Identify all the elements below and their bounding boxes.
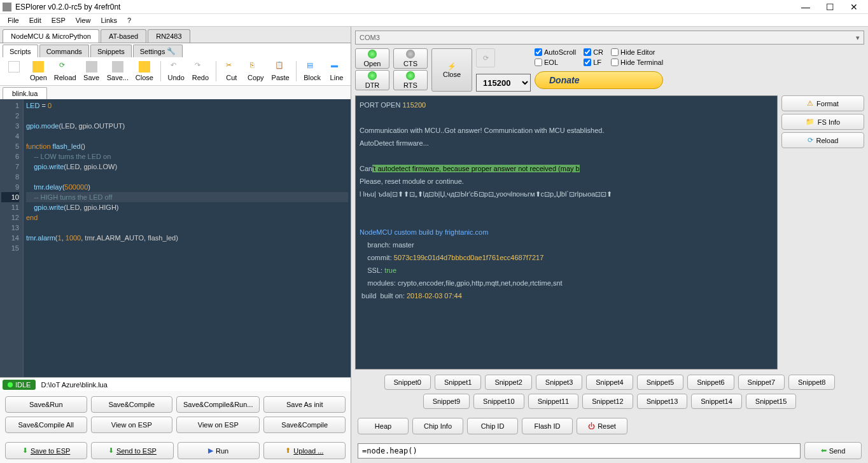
save-run-button[interactable]: Save&Run [5, 396, 87, 413]
flashid-button[interactable]: Flash ID [522, 418, 573, 434]
lf-check[interactable]: LF [584, 59, 603, 66]
upload-icon: ⬆ [285, 446, 291, 455]
saveas-button[interactable]: Save... [104, 60, 131, 83]
redo-icon: ↷ [195, 61, 206, 73]
snippets-row: Snippet0 Snippet1 Snippet2 Snippet3 Snip… [351, 370, 868, 414]
snippet15-button[interactable]: Snippet15 [746, 394, 797, 409]
menu-view[interactable]: View [72, 15, 95, 25]
hide-terminal-check[interactable]: Hide Terminal [611, 59, 663, 66]
undo-button[interactable]: ↶Undo [164, 60, 187, 83]
menu-help[interactable]: ? [123, 15, 135, 25]
redo-button[interactable]: ↷Redo [189, 60, 212, 83]
save-compile-run-button[interactable]: Save&Compile&Run... [176, 396, 260, 413]
snippet6-button[interactable]: Snippet6 [687, 375, 734, 390]
paste-button[interactable]: 📋Paste [269, 60, 293, 83]
snippet8-button[interactable]: Snippet8 [788, 375, 835, 390]
dtr-button[interactable]: DTR [355, 70, 389, 90]
snippet10-button[interactable]: Snippet10 [473, 394, 524, 409]
upload-button[interactable]: ⬆Upload ... [263, 442, 346, 459]
terminal[interactable]: PORT OPEN 115200 Communication with MCU.… [355, 95, 778, 370]
save-compile-button[interactable]: Save&Compile [91, 396, 173, 413]
menu-esp[interactable]: ESP [48, 15, 69, 25]
tab-rn2483[interactable]: RN2483 [148, 29, 190, 43]
save-to-esp-button[interactable]: ⬇Save to ESP [5, 442, 87, 459]
reset-button[interactable]: ⏻Reset [577, 418, 627, 434]
minimize-button[interactable]: — [799, 2, 812, 12]
menu-links[interactable]: Links [97, 15, 121, 25]
snippet3-button[interactable]: Snippet3 [536, 375, 582, 390]
close-conn-button[interactable]: ⚡Close [431, 48, 472, 92]
menu-edit[interactable]: Edit [25, 15, 45, 25]
paste-icon: 📋 [275, 61, 286, 73]
close-window-button[interactable]: ✕ [848, 2, 860, 12]
format-button[interactable]: ⚠Format [781, 95, 864, 111]
autoscroll-check[interactable]: AutoScroll [535, 48, 576, 56]
cut-button[interactable]: ✂Cut [220, 60, 243, 83]
port-select[interactable]: COM3▾ [355, 31, 864, 45]
wrench-icon: 🔧 [167, 47, 176, 55]
block-button[interactable]: ▤Block [300, 60, 324, 83]
run-button[interactable]: ▶Run [178, 442, 260, 459]
snippet13-button[interactable]: Snippet13 [637, 394, 688, 409]
snippet7-button[interactable]: Snippet7 [738, 375, 785, 390]
file-tab[interactable]: blink.lua [3, 87, 47, 99]
save-button[interactable]: Save [80, 60, 103, 83]
reload-button[interactable]: ⟳Reload [52, 60, 79, 83]
donate-button[interactable]: Donate [535, 71, 663, 89]
send-to-esp-button[interactable]: ⬇Send to ESP [91, 442, 173, 459]
line-icon: ▬ [331, 61, 342, 73]
led-green-icon [368, 50, 377, 59]
cts-button[interactable]: CTS [393, 48, 428, 69]
maximize-button[interactable]: ☐ [823, 2, 836, 12]
chipinfo-button[interactable]: Chip Info [412, 418, 463, 434]
code-area[interactable]: LED = 0 gpio.mode(LED, gpio.OUTPUT) func… [23, 99, 351, 377]
subtab-scripts[interactable]: Scripts [3, 45, 38, 57]
fsinfo-button[interactable]: 📁FS Info [781, 114, 864, 130]
open-conn-button[interactable]: Open [355, 48, 389, 69]
snippet0-button[interactable]: Snippet0 [384, 375, 431, 390]
snippet2-button[interactable]: Snippet2 [485, 375, 531, 390]
baud-select[interactable]: 115200 [476, 74, 531, 92]
line-button[interactable]: ▬Line [325, 60, 348, 83]
subtab-settings[interactable]: Settings🔧 [133, 45, 183, 57]
tab-at[interactable]: AT-based [101, 29, 146, 43]
window-title: ESPlorer v0.2.0-rc5 by 4refr0nt [15, 3, 799, 11]
snippet9-button[interactable]: Snippet9 [423, 394, 470, 409]
chipid-button[interactable]: Chip ID [467, 418, 518, 434]
snippet14-button[interactable]: Snippet14 [691, 394, 742, 409]
snippet5-button[interactable]: Snippet5 [637, 375, 683, 390]
heap-button[interactable]: Heap [358, 418, 409, 434]
rts-button[interactable]: RTS [393, 70, 428, 90]
file-path: D:\IoT Azure\blink.lua [41, 381, 107, 389]
hide-editor-check[interactable]: Hide Editor [611, 48, 663, 56]
new-button[interactable] [3, 60, 25, 83]
app-icon [3, 3, 11, 11]
status-bar: IDLE D:\IoT Azure\blink.lua [0, 377, 351, 391]
tab-nodemcu[interactable]: NodeMCU & MicroPython [3, 29, 99, 43]
snippet12-button[interactable]: Snippet12 [582, 394, 633, 409]
save-as-init-button[interactable]: Save As init [263, 396, 346, 413]
save-compile-all-button[interactable]: Save&Compile All [5, 417, 87, 433]
view-on-esp2-button[interactable]: View on ESP [176, 417, 260, 433]
reload-fs-button[interactable]: ⟳Reload [781, 132, 864, 148]
send-button[interactable]: ⬅Send [804, 442, 862, 459]
refresh-ports-button[interactable]: ⟳ [476, 48, 495, 67]
command-input[interactable] [358, 443, 801, 459]
snippet4-button[interactable]: Snippet4 [586, 375, 633, 390]
titlebar: ESPlorer v0.2.0-rc5 by 4refr0nt — ☐ ✕ [0, 0, 868, 14]
snippet1-button[interactable]: Snippet1 [435, 375, 481, 390]
save-compile2-button[interactable]: Save&Compile [263, 417, 346, 433]
open-button[interactable]: Open [27, 60, 50, 83]
menu-file[interactable]: File [4, 15, 23, 25]
code-editor[interactable]: 123456789101112131415 LED = 0 gpio.mode(… [0, 99, 351, 377]
subtab-snippets[interactable]: Snippets [90, 45, 132, 57]
cr-check[interactable]: CR [584, 48, 603, 56]
refresh-icon: ⟳ [483, 54, 489, 62]
eol-check[interactable]: EOL [535, 59, 576, 66]
copy-button[interactable]: ⎘Copy [244, 60, 267, 83]
gutter: 123456789101112131415 [0, 99, 23, 377]
subtab-commands[interactable]: Commands [39, 45, 89, 57]
close-file-button[interactable]: Close [132, 60, 157, 83]
view-on-esp-button[interactable]: View on ESP [91, 417, 173, 433]
snippet11-button[interactable]: Snippet11 [528, 394, 579, 409]
